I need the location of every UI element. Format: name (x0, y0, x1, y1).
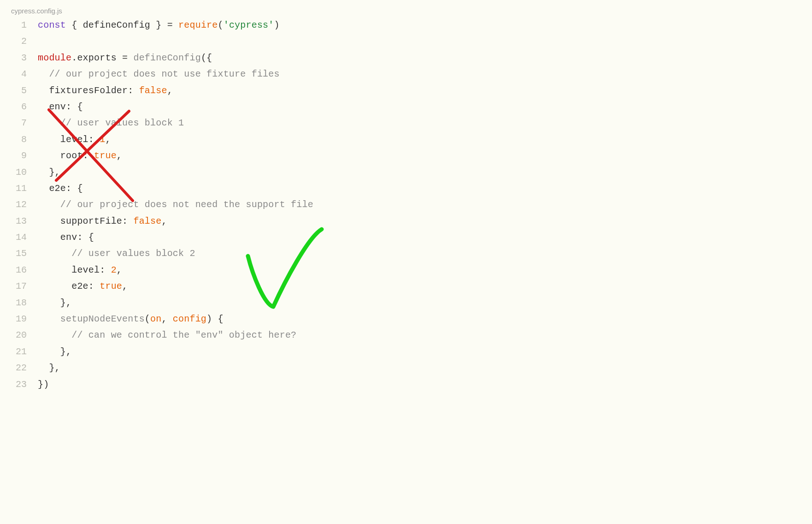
line-number: 3 (8, 54, 38, 63)
line-number: 13 (8, 217, 38, 226)
code-line: 6 env: { (8, 102, 804, 119)
line-number: 21 (8, 347, 38, 357)
line-number: 19 (8, 315, 38, 324)
code-line: 2 (8, 37, 804, 53)
code-content: // user values block 1 (38, 119, 804, 128)
code-content: }, (38, 363, 804, 373)
code-line: 9 root: true, (8, 151, 804, 167)
code-line: 23 }) (8, 380, 804, 396)
code-line: 10 }, (8, 168, 804, 184)
line-number: 20 (8, 331, 38, 340)
filename-label: cypress.config.js (8, 6, 804, 21)
code-line: 8 level: 1, (8, 135, 804, 151)
code-line: 17 e2e: true, (8, 282, 804, 298)
line-number: 6 (8, 102, 38, 112)
code-content: // our project does not use fixture file… (38, 70, 804, 79)
line-number: 9 (8, 151, 38, 161)
line-number: 8 (8, 135, 38, 144)
code-line: 7 // user values block 1 (8, 119, 804, 135)
code-content: setupNodeEvents(on, config) { (38, 315, 804, 324)
code-content: const { defineConfig } = require('cypres… (38, 21, 804, 30)
line-number: 10 (8, 168, 38, 177)
code-line: 11 e2e: { (8, 184, 804, 200)
line-number: 2 (8, 37, 38, 46)
code-line: 12 // our project does not need the supp… (8, 200, 804, 216)
line-number: 16 (8, 266, 38, 275)
line-number: 12 (8, 200, 38, 209)
code-content: module.exports = defineConfig({ (38, 54, 804, 63)
line-number: 11 (8, 184, 38, 193)
line-number: 22 (8, 363, 38, 373)
line-number: 15 (8, 249, 38, 258)
code-content: fixturesFolder: false, (38, 86, 804, 95)
code-line: 4 // our project does not use fixture fi… (8, 70, 804, 86)
code-content: env: { (38, 233, 804, 242)
code-block: 1 const { defineConfig } = require('cypr… (8, 21, 804, 396)
code-line: 18 }, (8, 298, 804, 315)
code-content: }, (38, 347, 804, 357)
code-content: }) (38, 380, 804, 389)
code-line: 16 level: 2, (8, 266, 804, 282)
code-viewer: cypress.config.js 1 const { defineConfig… (0, 0, 812, 407)
code-line: 22 }, (8, 363, 804, 380)
code-content: e2e: true, (38, 282, 804, 291)
line-number: 17 (8, 282, 38, 291)
code-line: 1 const { defineConfig } = require('cypr… (8, 21, 804, 37)
code-content: env: { (38, 102, 804, 112)
code-line: 20 // can we control the "env" object he… (8, 331, 804, 347)
code-line: 5 fixturesFolder: false, (8, 86, 804, 102)
line-number: 14 (8, 233, 38, 242)
code-content: level: 2, (38, 266, 804, 275)
code-content: // user values block 2 (38, 249, 804, 258)
code-line: 3 module.exports = defineConfig({ (8, 54, 804, 70)
line-number: 23 (8, 380, 38, 389)
code-line: 14 env: { (8, 233, 804, 249)
line-number: 5 (8, 86, 38, 95)
code-content: level: 1, (38, 135, 804, 144)
code-content: // our project does not need the support… (38, 200, 804, 209)
code-content: }, (38, 168, 804, 177)
code-content: }, (38, 298, 804, 308)
line-number: 4 (8, 70, 38, 79)
code-content: // can we control the "env" object here? (38, 331, 804, 340)
code-line: 15 // user values block 2 (8, 249, 804, 265)
code-content: supportFile: false, (38, 217, 804, 226)
code-content: root: true, (38, 151, 804, 161)
code-content: e2e: { (38, 184, 804, 193)
code-line: 13 supportFile: false, (8, 217, 804, 233)
line-number: 1 (8, 21, 38, 30)
line-number: 18 (8, 298, 38, 308)
line-number: 7 (8, 119, 38, 128)
code-line: 21 }, (8, 347, 804, 363)
code-line: 19 setupNodeEvents(on, config) { (8, 315, 804, 331)
